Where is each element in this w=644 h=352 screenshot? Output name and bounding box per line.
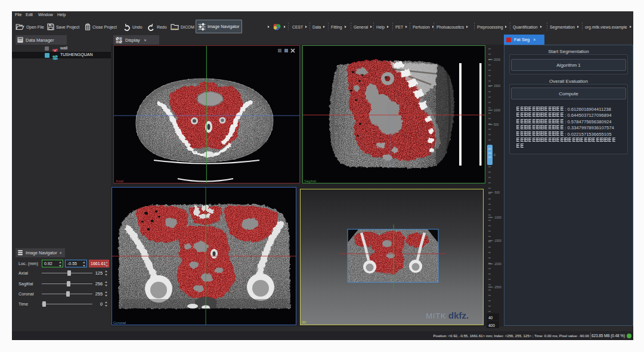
svg-text:-1000: -1000 [494, 216, 501, 219]
svg-text:2000: 2000 [494, 58, 500, 61]
svg-text:-500: -500 [494, 191, 500, 194]
svg-text:500: 500 [494, 123, 499, 126]
svg-text:-2000: -2000 [494, 262, 501, 266]
svg-text:400: 400 [488, 323, 495, 328]
svg-text:dkfz.: dkfz. [448, 310, 469, 320]
svg-text:1000: 1000 [494, 108, 500, 112]
svg-text:-1500: -1500 [494, 239, 501, 242]
svg-text:Sagittal: Sagittal [304, 179, 316, 183]
svg-text:MITK: MITK [426, 311, 446, 320]
svg-text:Axial: Axial [116, 179, 123, 183]
svg-text:Coronal: Coronal [113, 321, 126, 325]
svg-text:40: 40 [488, 316, 493, 320]
svg-text:1500: 1500 [494, 84, 500, 88]
svg-text:-2500: -2500 [494, 285, 501, 289]
svg-text:0: 0 [494, 153, 496, 157]
svg-text:3D: 3D [302, 320, 306, 324]
